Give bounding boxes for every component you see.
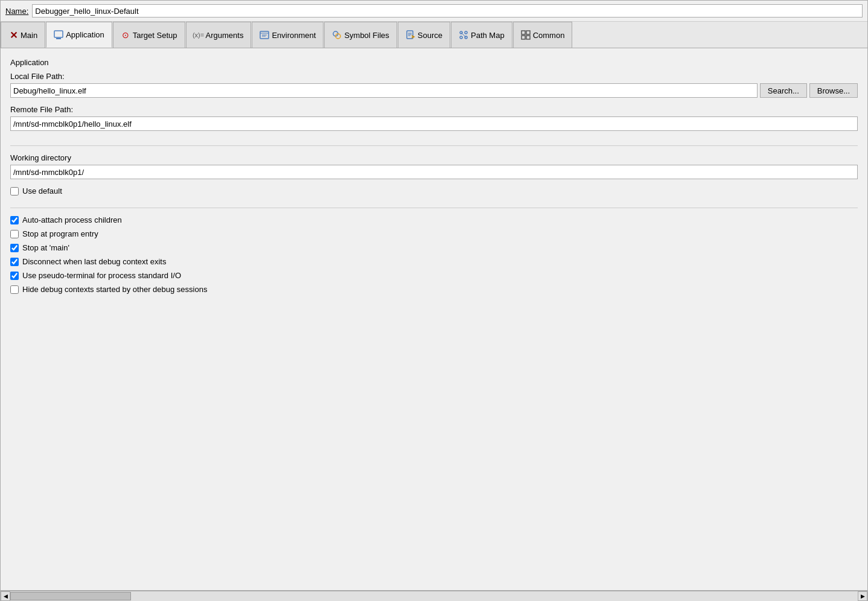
content-area: Application Local File Path: Search... B… [1,48,867,590]
main-icon: ✕ [8,30,18,40]
tab-path-map[interactable]: Path Map [451,22,512,48]
arguments-icon: (x)= [194,30,203,40]
svg-rect-19 [522,36,525,39]
stop-main-label[interactable]: Stop at 'main' [22,243,69,252]
remote-file-path-label: Remote File Path: [10,105,858,114]
symbol-files-icon [332,30,342,40]
svg-point-13 [465,31,467,34]
local-file-path-group: Local File Path: Search... Browse... [10,72,858,98]
environment-icon [260,30,269,40]
stop-main-row: Stop at 'main' [10,243,858,252]
name-label: Name: [5,7,28,16]
name-bar: Name: [1,1,867,22]
tab-main-label: Main [21,31,37,40]
tab-source[interactable]: Source [398,22,450,48]
stop-entry-label[interactable]: Stop at program entry [22,229,98,238]
local-file-path-row: Search... Browse... [10,83,858,98]
hide-debug-checkbox[interactable] [10,285,19,294]
tab-target-label: Target Setup [133,31,177,40]
working-directory-label: Working directory [10,153,858,162]
pseudo-terminal-checkbox[interactable] [10,272,19,280]
main-window: Name: ✕ Main Application ⊙ Target Setup … [0,0,868,601]
window-bottom: ◀ ▶ [1,590,867,600]
tab-source-label: Source [418,31,442,40]
remote-file-path-input[interactable] [10,116,858,131]
auto-attach-checkbox[interactable] [10,216,19,224]
disconnect-checkbox[interactable] [10,258,19,266]
scrollbar-area: ◀ ▶ [1,591,867,600]
use-default-checkbox[interactable] [10,187,19,196]
tab-common-label: Common [533,31,565,40]
stop-entry-checkbox[interactable] [10,230,19,238]
tab-environment[interactable]: Environment [252,22,324,48]
working-directory-group: Working directory [10,153,858,179]
separator-1 [10,145,858,146]
tab-symbol-files-label: Symbol Files [344,31,389,40]
tab-environment-label: Environment [272,31,316,40]
source-icon [406,30,415,40]
local-file-path-input[interactable] [10,83,758,98]
hide-debug-row: Hide debug contexts started by other deb… [10,285,858,294]
tab-application-label: Application [66,30,104,39]
tab-main[interactable]: ✕ Main [1,22,45,48]
tab-arguments[interactable]: (x)= Arguments [186,22,252,48]
tab-target-setup[interactable]: ⊙ Target Setup [113,22,185,48]
name-input[interactable] [32,4,863,17]
browse-button[interactable]: Browse... [809,83,858,98]
svg-rect-17 [522,31,525,34]
auto-attach-label[interactable]: Auto-attach process children [22,215,122,224]
application-icon [54,30,63,40]
hide-debug-label[interactable]: Hide debug contexts started by other deb… [22,285,207,294]
svg-rect-0 [54,31,63,37]
local-file-path-label: Local File Path: [10,72,858,81]
scroll-right-button[interactable]: ▶ [858,591,867,601]
svg-rect-20 [526,36,530,39]
pseudo-terminal-label[interactable]: Use pseudo-terminal for process standard… [22,271,181,280]
common-icon [521,30,531,40]
tabs-bar: ✕ Main Application ⊙ Target Setup (x)= A… [1,22,867,48]
separator-2 [10,208,858,208]
search-button[interactable]: Search... [760,83,807,98]
tab-path-map-label: Path Map [471,31,505,40]
use-default-row: Use default [10,186,858,196]
use-default-label[interactable]: Use default [22,186,62,196]
svg-rect-1 [56,38,61,39]
tab-arguments-label: Arguments [206,31,244,40]
tab-symbol-files[interactable]: Symbol Files [324,22,397,48]
svg-point-14 [460,36,462,39]
remote-file-path-group: Remote File Path: [10,105,858,131]
pseudo-terminal-row: Use pseudo-terminal for process standard… [10,271,858,280]
application-section-title: Application [10,58,858,67]
disconnect-label[interactable]: Disconnect when last debug context exits [22,257,166,266]
target-icon: ⊙ [121,30,130,40]
scrollbar-thumb[interactable] [10,592,131,600]
auto-attach-row: Auto-attach process children [10,215,858,224]
stop-entry-row: Stop at program entry [10,229,858,238]
stop-main-checkbox[interactable] [10,244,19,252]
working-directory-input[interactable] [10,165,858,179]
disconnect-row: Disconnect when last debug context exits [10,257,858,266]
path-map-icon [459,30,468,40]
tab-application[interactable]: Application [46,22,112,48]
scrollbar-track[interactable] [10,591,858,601]
tab-common[interactable]: Common [513,22,573,48]
svg-rect-18 [526,31,530,34]
scroll-left-button[interactable]: ◀ [1,591,10,601]
